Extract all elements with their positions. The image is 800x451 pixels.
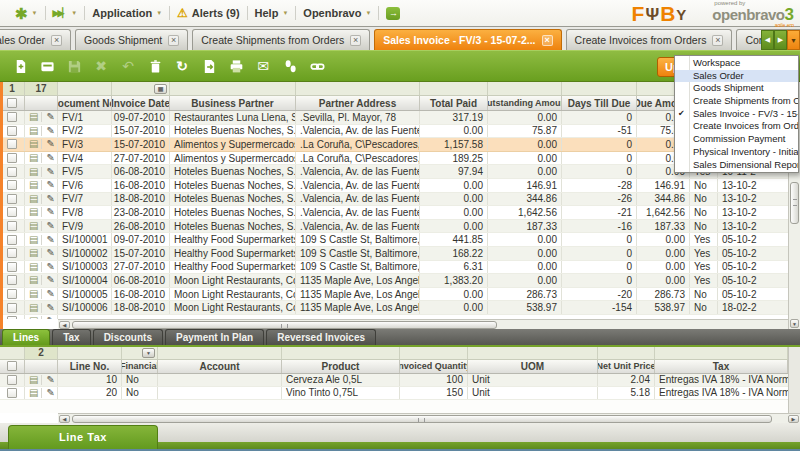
scrollbar-thumb[interactable] (72, 415, 772, 423)
row-checkbox[interactable] (7, 262, 17, 272)
row-checkbox[interactable] (7, 388, 17, 398)
invoice-date-filter[interactable]: ▦ (112, 82, 170, 95)
menu-item[interactable]: ✔ Workspace (675, 57, 798, 70)
open-form-icon[interactable]: ▤ (29, 167, 38, 177)
edit-icon[interactable]: ✎ (41, 221, 54, 231)
window-tab[interactable]: Create Invoices from Orders × (566, 29, 733, 50)
total-paid-filter[interactable] (420, 82, 488, 95)
column-header-outstanding-amount[interactable]: Outstanding Amount (488, 96, 562, 110)
tax-filter[interactable] (655, 347, 788, 359)
open-form-icon[interactable]: ▤ (29, 139, 38, 149)
window-tab[interactable]: Sales Order × (0, 29, 71, 50)
invoice-row[interactable]: ▤✎ SI/100002 15-07-2010 Healthy Food Sup… (0, 247, 788, 261)
invoice-row[interactable]: ▤✎ FV/9 26-08-2010 Hoteles Buenas Noches… (0, 220, 788, 234)
open-form-icon[interactable]: ▤ (29, 126, 38, 136)
window-tab[interactable]: Goods Shipment × (75, 29, 188, 50)
help-menu[interactable]: Help ▼ (248, 7, 296, 19)
column-header-invoiced-quantity[interactable]: Invoiced Quantity (400, 360, 468, 373)
row-checkbox[interactable] (7, 194, 17, 204)
column-header-uom[interactable]: UOM (468, 360, 598, 373)
new-row-grid-icon[interactable] (35, 54, 59, 78)
lines-horizontal-scrollbar[interactable]: ◀ ▶ (58, 413, 800, 423)
edit-icon[interactable]: ✎ (41, 180, 54, 190)
lines-vertical-scrollbar[interactable] (788, 347, 800, 413)
scrollbar-thumb[interactable] (790, 182, 799, 224)
email-icon[interactable]: ✉ (251, 54, 275, 78)
column-header-tax[interactable]: Tax (655, 360, 788, 373)
open-form-icon[interactable]: ▤ (29, 235, 38, 245)
export-icon[interactable] (197, 54, 221, 78)
column-header-partner-address[interactable]: Partner Address (296, 96, 420, 110)
audit-trail-icon[interactable] (278, 54, 302, 78)
application-menu[interactable]: Application ▼ (85, 7, 169, 19)
column-header-product[interactable]: Product (282, 360, 400, 373)
open-form-icon[interactable]: ▤ (29, 194, 38, 204)
days-till-due-filter[interactable] (562, 82, 637, 95)
document-no-filter[interactable] (58, 82, 112, 95)
tab-scroll-right-button[interactable]: ▶ (774, 30, 787, 50)
edit-icon[interactable]: ✎ (41, 112, 54, 122)
invoice-row[interactable]: ▤✎ SI/100005 16-08-2010 Moon Light Resta… (0, 288, 788, 302)
window-list-dropdown-button[interactable]: ▼ (787, 30, 800, 50)
edit-icon[interactable]: ✎ (41, 275, 54, 285)
edit-icon[interactable]: ✎ (41, 126, 54, 136)
edit-icon[interactable]: ✎ (41, 289, 54, 299)
menu-item[interactable]: ✔ Create Shipments from Orders (675, 95, 798, 108)
edit-icon[interactable]: ✎ (41, 248, 54, 258)
menu-item[interactable]: ✔ Commission Payment (675, 133, 798, 146)
child-tab[interactable]: Reversed Invoices (266, 329, 376, 345)
tab-close-icon[interactable]: × (712, 35, 723, 46)
window-tab[interactable]: Sales Invoice - FV/3 - 15-07-2... × (374, 29, 561, 50)
child-tab[interactable]: Payment In Plan (165, 329, 264, 345)
cancel-icon[interactable]: ✖ (89, 54, 113, 78)
edit-icon[interactable]: ✎ (41, 139, 54, 149)
account-filter[interactable] (158, 347, 282, 359)
edit-icon[interactable]: ✎ (41, 167, 54, 177)
line-no-filter[interactable] (58, 347, 122, 359)
menu-item[interactable]: ✔ Sales Invoice - FV/3 - 15-07-2... (675, 108, 798, 121)
invoice-row[interactable]: ▤✎ FV/6 16-08-2010 Hoteles Buenas Noches… (0, 179, 788, 193)
tab-close-icon[interactable]: × (51, 35, 62, 46)
scroll-left-arrow-icon[interactable]: ◀ (59, 321, 70, 329)
row-checkbox[interactable] (7, 289, 17, 299)
link-icon[interactable] (305, 54, 329, 78)
outstanding-filter[interactable] (488, 82, 562, 95)
net-unit-price-filter[interactable] (598, 347, 655, 359)
scroll-right-arrow-icon[interactable]: ▶ (788, 415, 799, 423)
logout-button[interactable]: → (379, 7, 407, 20)
edit-icon[interactable]: ✎ (41, 235, 54, 245)
child-tab[interactable]: Discounts (93, 329, 163, 345)
menu-item[interactable]: ✔ Physical Inventory - Initial s... (675, 146, 798, 159)
invoice-row[interactable]: ▤✎ FV/3 15-07-2010 Alimentos y Supermerc… (0, 138, 788, 152)
open-form-icon[interactable]: ▤ (29, 375, 38, 385)
column-header-line-no[interactable]: Line No. (58, 360, 122, 373)
product-filter[interactable] (282, 347, 400, 359)
select-all-header[interactable] (0, 96, 25, 110)
invoice-row[interactable]: ▤✎ FV/8 23-08-2010 Hoteles Buenas Noches… (0, 206, 788, 220)
open-form-icon[interactable]: ▤ (29, 248, 38, 258)
edit-icon[interactable]: ✎ (41, 194, 54, 204)
column-header-days-till-due[interactable]: Days Till Due (562, 96, 637, 110)
invoice-row[interactable]: ▤✎ SI/100004 06-08-2010 Moon Light Resta… (0, 274, 788, 288)
select-all-checkbox[interactable] (7, 361, 17, 371)
edit-icon[interactable]: ✎ (41, 262, 54, 272)
column-header-invoice-date[interactable]: Invoice Date (112, 96, 170, 110)
invoiced-quantity-filter[interactable] (400, 347, 468, 359)
line-row[interactable]: ▤✎ 20 No Vino Tinto 0,75L 150 Unit 5.18 … (0, 387, 788, 400)
row-checkbox[interactable] (7, 167, 17, 177)
menu-item[interactable]: ✔ Sales Order (675, 70, 798, 83)
row-checkbox[interactable] (7, 180, 17, 190)
open-form-icon[interactable]: ▤ (29, 388, 38, 398)
column-header-net-unit-price[interactable]: Net Unit Price (598, 360, 655, 373)
new-record-form-icon[interactable] (8, 54, 32, 78)
column-header-account[interactable]: Account (158, 360, 282, 373)
delete-trash-icon[interactable] (143, 54, 167, 78)
invoice-row[interactable]: ▤✎ FV/1 09-07-2010 Restaurantes Luna Lle… (0, 111, 788, 125)
open-form-icon[interactable]: ▤ (29, 180, 38, 190)
workspace-menu[interactable]: ✱ ▼ (8, 6, 45, 21)
edit-icon[interactable]: ✎ (41, 153, 54, 163)
edit-icon[interactable]: ✎ (41, 388, 54, 398)
row-checkbox[interactable] (7, 112, 17, 122)
open-form-icon[interactable]: ▤ (29, 153, 38, 163)
line-tax-tab[interactable]: Line Tax (8, 425, 158, 449)
